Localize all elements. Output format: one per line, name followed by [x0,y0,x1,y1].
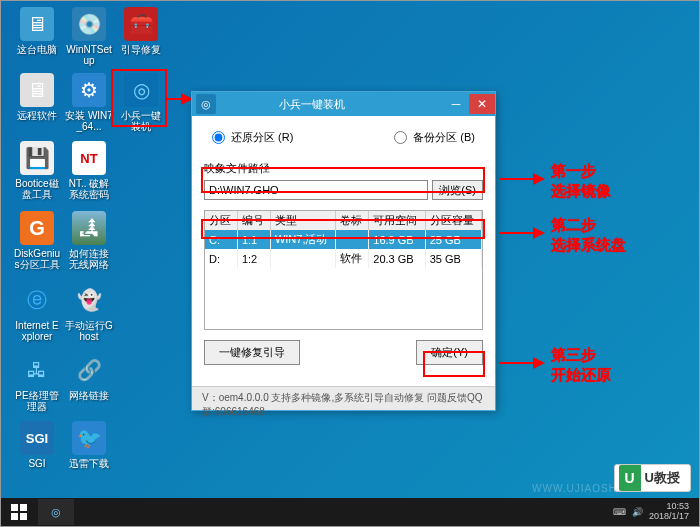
th-num[interactable]: 编号 [237,211,270,230]
table-row[interactable]: D:1:2软件20.3 GB35 GB [205,249,482,268]
th-free[interactable]: 可用空间 [369,211,425,230]
windows-icon [11,504,27,520]
icon-ghost[interactable]: 👻手动运行Ghost [65,283,113,342]
path-label: 映象文件路径 [204,161,483,176]
tray-sound-icon[interactable]: 🔊 [632,507,643,517]
icon-bootrepair[interactable]: 🧰引导修复 [117,7,165,55]
th-part[interactable]: 分区 [205,211,237,230]
th-size[interactable]: 分区容量 [425,211,481,230]
icon-wifihelp[interactable]: 🏞如何连接无线网络 [65,211,113,270]
u-icon: U [619,465,641,491]
watermark-logo: U U教授 [614,464,691,492]
icon-remote[interactable]: 🖥远程软件 [13,73,61,121]
anno-step3: 第三步开始还原 [551,345,611,384]
svg-rect-6 [11,513,18,520]
taskbar-clock[interactable]: 10:53 2018/1/17 [649,502,693,522]
arrow-step2 [495,223,547,243]
radio-backup[interactable]: 备份分区 (B) [394,130,475,145]
window-title: 小兵一键装机 [220,97,443,112]
ok-button[interactable]: 确定(Y) [416,340,483,365]
desktop-highlight [111,69,167,127]
table-row[interactable]: C:1:1WIN7,活动16.9 GB25 GB [205,230,482,249]
th-label[interactable]: 卷标 [336,211,369,230]
icon-this-pc[interactable]: 🖥这台电脑 [13,7,61,55]
tray-ime-icon[interactable]: ⌨ [613,507,626,517]
anno-step2: 第二步选择系统盘 [551,215,626,254]
icon-bootice[interactable]: 💾Bootice磁盘工具 [13,141,61,200]
icon-ie[interactable]: ⓔInternet Explorer [13,283,61,342]
icon-win7install[interactable]: ⚙安装 WIN7_64... [65,73,113,132]
icon-ntcrack[interactable]: NTNT.. 破解系统密码 [65,141,113,200]
svg-rect-4 [11,504,18,511]
titlebar[interactable]: ◎ 小兵一键装机 ─ ✕ [192,92,495,116]
minimize-button[interactable]: ─ [443,94,469,114]
icon-netmgr[interactable]: 🖧PE络理管理器 [13,353,61,412]
svg-rect-5 [20,504,27,511]
arrow-step3 [495,353,547,373]
anno-step1: 第一步选择镜像 [551,161,611,200]
icon-netconn[interactable]: 🔗网络链接 [65,353,113,401]
image-path-input[interactable] [204,180,428,200]
start-button[interactable] [1,498,37,526]
icon-diskgenius[interactable]: GDiskGenius分区工具 [13,211,61,270]
taskbar: ◎ ⌨ 🔊 10:53 2018/1/17 [1,498,699,526]
arrow-step1 [495,169,547,189]
close-button[interactable]: ✕ [469,94,495,114]
icon-thunder[interactable]: 🐦迅雷下载 [65,421,113,469]
radio-restore[interactable]: 还原分区 (R) [212,130,293,145]
icon-winntsetup[interactable]: 💿WinNTSetup [65,7,113,66]
repair-boot-button[interactable]: 一键修复引导 [204,340,300,365]
app-icon: ◎ [196,94,216,114]
icon-sgi[interactable]: SGISGI [13,421,61,469]
svg-rect-7 [20,513,27,520]
browse-button[interactable]: 浏览(S) [432,180,483,200]
window-footer: V：oem4.0.0.0 支持多种镜像,多系统引导自动修复 问题反馈QQ群:60… [192,386,495,410]
taskbar-app[interactable]: ◎ [38,499,74,525]
partition-table: 分区 编号 类型 卷标 可用空间 分区容量 C:1:1WIN7,活动16.9 G… [204,210,483,330]
app-window: ◎ 小兵一键装机 ─ ✕ 还原分区 (R) 备份分区 (B) 映象文件路径 浏览… [191,91,496,411]
th-type[interactable]: 类型 [270,211,335,230]
